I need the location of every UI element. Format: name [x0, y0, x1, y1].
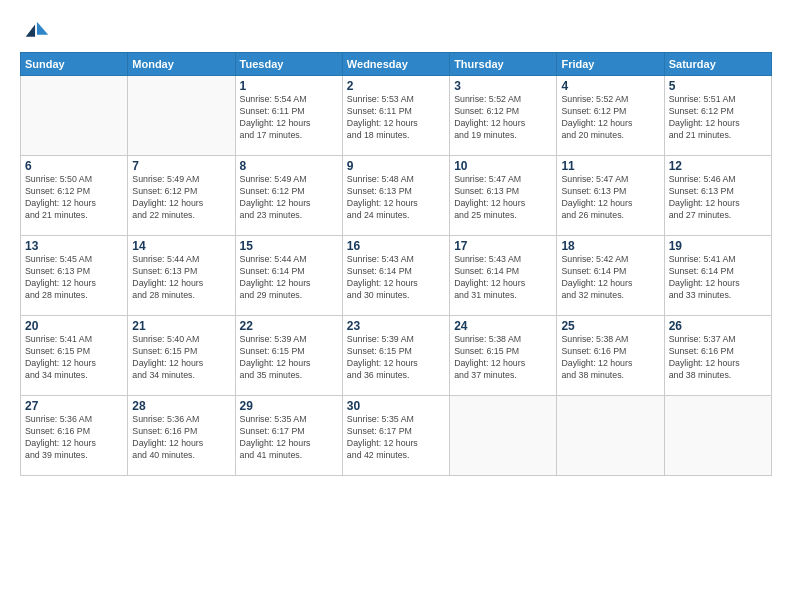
day-info: Sunrise: 5:37 AM Sunset: 6:16 PM Dayligh… [669, 334, 767, 382]
svg-marker-1 [26, 25, 35, 37]
day-info: Sunrise: 5:54 AM Sunset: 6:11 PM Dayligh… [240, 94, 338, 142]
calendar-cell: 20Sunrise: 5:41 AM Sunset: 6:15 PM Dayli… [21, 316, 128, 396]
calendar-cell: 19Sunrise: 5:41 AM Sunset: 6:14 PM Dayli… [664, 236, 771, 316]
header [20, 18, 772, 42]
weekday-header-thursday: Thursday [450, 53, 557, 76]
calendar-cell: 9Sunrise: 5:48 AM Sunset: 6:13 PM Daylig… [342, 156, 449, 236]
calendar-cell [664, 396, 771, 476]
day-info: Sunrise: 5:38 AM Sunset: 6:15 PM Dayligh… [454, 334, 552, 382]
svg-marker-0 [37, 22, 48, 35]
day-number: 12 [669, 159, 767, 173]
day-info: Sunrise: 5:48 AM Sunset: 6:13 PM Dayligh… [347, 174, 445, 222]
day-info: Sunrise: 5:45 AM Sunset: 6:13 PM Dayligh… [25, 254, 123, 302]
weekday-header-tuesday: Tuesday [235, 53, 342, 76]
day-number: 27 [25, 399, 123, 413]
day-number: 1 [240, 79, 338, 93]
calendar-cell: 27Sunrise: 5:36 AM Sunset: 6:16 PM Dayli… [21, 396, 128, 476]
day-number: 18 [561, 239, 659, 253]
calendar-cell: 15Sunrise: 5:44 AM Sunset: 6:14 PM Dayli… [235, 236, 342, 316]
calendar-week-row: 1Sunrise: 5:54 AM Sunset: 6:11 PM Daylig… [21, 76, 772, 156]
calendar-cell [128, 76, 235, 156]
calendar-cell: 17Sunrise: 5:43 AM Sunset: 6:14 PM Dayli… [450, 236, 557, 316]
day-number: 6 [25, 159, 123, 173]
calendar-cell: 18Sunrise: 5:42 AM Sunset: 6:14 PM Dayli… [557, 236, 664, 316]
day-info: Sunrise: 5:47 AM Sunset: 6:13 PM Dayligh… [561, 174, 659, 222]
day-number: 5 [669, 79, 767, 93]
day-number: 8 [240, 159, 338, 173]
day-number: 19 [669, 239, 767, 253]
logo-icon [22, 18, 50, 46]
weekday-header-monday: Monday [128, 53, 235, 76]
calendar-cell: 30Sunrise: 5:35 AM Sunset: 6:17 PM Dayli… [342, 396, 449, 476]
calendar-cell: 10Sunrise: 5:47 AM Sunset: 6:13 PM Dayli… [450, 156, 557, 236]
day-info: Sunrise: 5:44 AM Sunset: 6:13 PM Dayligh… [132, 254, 230, 302]
day-info: Sunrise: 5:38 AM Sunset: 6:16 PM Dayligh… [561, 334, 659, 382]
weekday-header-saturday: Saturday [664, 53, 771, 76]
weekday-header-wednesday: Wednesday [342, 53, 449, 76]
day-number: 20 [25, 319, 123, 333]
logo [20, 18, 50, 42]
calendar-cell: 11Sunrise: 5:47 AM Sunset: 6:13 PM Dayli… [557, 156, 664, 236]
calendar-cell: 14Sunrise: 5:44 AM Sunset: 6:13 PM Dayli… [128, 236, 235, 316]
day-info: Sunrise: 5:49 AM Sunset: 6:12 PM Dayligh… [132, 174, 230, 222]
day-info: Sunrise: 5:43 AM Sunset: 6:14 PM Dayligh… [454, 254, 552, 302]
day-number: 28 [132, 399, 230, 413]
day-info: Sunrise: 5:40 AM Sunset: 6:15 PM Dayligh… [132, 334, 230, 382]
day-info: Sunrise: 5:52 AM Sunset: 6:12 PM Dayligh… [454, 94, 552, 142]
day-number: 16 [347, 239, 445, 253]
day-info: Sunrise: 5:36 AM Sunset: 6:16 PM Dayligh… [132, 414, 230, 462]
day-number: 14 [132, 239, 230, 253]
day-number: 2 [347, 79, 445, 93]
calendar-week-row: 13Sunrise: 5:45 AM Sunset: 6:13 PM Dayli… [21, 236, 772, 316]
day-number: 7 [132, 159, 230, 173]
calendar-week-row: 6Sunrise: 5:50 AM Sunset: 6:12 PM Daylig… [21, 156, 772, 236]
day-number: 3 [454, 79, 552, 93]
day-number: 10 [454, 159, 552, 173]
day-info: Sunrise: 5:43 AM Sunset: 6:14 PM Dayligh… [347, 254, 445, 302]
calendar-week-row: 20Sunrise: 5:41 AM Sunset: 6:15 PM Dayli… [21, 316, 772, 396]
day-number: 23 [347, 319, 445, 333]
calendar-cell: 1Sunrise: 5:54 AM Sunset: 6:11 PM Daylig… [235, 76, 342, 156]
calendar-cell: 13Sunrise: 5:45 AM Sunset: 6:13 PM Dayli… [21, 236, 128, 316]
day-number: 26 [669, 319, 767, 333]
calendar-cell: 26Sunrise: 5:37 AM Sunset: 6:16 PM Dayli… [664, 316, 771, 396]
day-number: 4 [561, 79, 659, 93]
calendar-cell: 16Sunrise: 5:43 AM Sunset: 6:14 PM Dayli… [342, 236, 449, 316]
calendar-cell: 24Sunrise: 5:38 AM Sunset: 6:15 PM Dayli… [450, 316, 557, 396]
calendar-cell: 23Sunrise: 5:39 AM Sunset: 6:15 PM Dayli… [342, 316, 449, 396]
day-info: Sunrise: 5:39 AM Sunset: 6:15 PM Dayligh… [347, 334, 445, 382]
calendar-cell: 7Sunrise: 5:49 AM Sunset: 6:12 PM Daylig… [128, 156, 235, 236]
day-number: 9 [347, 159, 445, 173]
day-info: Sunrise: 5:36 AM Sunset: 6:16 PM Dayligh… [25, 414, 123, 462]
day-info: Sunrise: 5:46 AM Sunset: 6:13 PM Dayligh… [669, 174, 767, 222]
weekday-header-sunday: Sunday [21, 53, 128, 76]
day-info: Sunrise: 5:39 AM Sunset: 6:15 PM Dayligh… [240, 334, 338, 382]
day-info: Sunrise: 5:50 AM Sunset: 6:12 PM Dayligh… [25, 174, 123, 222]
calendar-cell: 3Sunrise: 5:52 AM Sunset: 6:12 PM Daylig… [450, 76, 557, 156]
day-info: Sunrise: 5:51 AM Sunset: 6:12 PM Dayligh… [669, 94, 767, 142]
calendar-cell: 22Sunrise: 5:39 AM Sunset: 6:15 PM Dayli… [235, 316, 342, 396]
calendar-cell: 8Sunrise: 5:49 AM Sunset: 6:12 PM Daylig… [235, 156, 342, 236]
calendar-cell: 2Sunrise: 5:53 AM Sunset: 6:11 PM Daylig… [342, 76, 449, 156]
day-info: Sunrise: 5:35 AM Sunset: 6:17 PM Dayligh… [240, 414, 338, 462]
day-info: Sunrise: 5:52 AM Sunset: 6:12 PM Dayligh… [561, 94, 659, 142]
day-info: Sunrise: 5:42 AM Sunset: 6:14 PM Dayligh… [561, 254, 659, 302]
calendar-cell: 25Sunrise: 5:38 AM Sunset: 6:16 PM Dayli… [557, 316, 664, 396]
calendar-cell: 29Sunrise: 5:35 AM Sunset: 6:17 PM Dayli… [235, 396, 342, 476]
calendar-header-row: SundayMondayTuesdayWednesdayThursdayFrid… [21, 53, 772, 76]
day-info: Sunrise: 5:44 AM Sunset: 6:14 PM Dayligh… [240, 254, 338, 302]
day-info: Sunrise: 5:53 AM Sunset: 6:11 PM Dayligh… [347, 94, 445, 142]
day-number: 30 [347, 399, 445, 413]
day-info: Sunrise: 5:47 AM Sunset: 6:13 PM Dayligh… [454, 174, 552, 222]
day-number: 17 [454, 239, 552, 253]
day-info: Sunrise: 5:49 AM Sunset: 6:12 PM Dayligh… [240, 174, 338, 222]
day-number: 22 [240, 319, 338, 333]
day-info: Sunrise: 5:41 AM Sunset: 6:15 PM Dayligh… [25, 334, 123, 382]
calendar-week-row: 27Sunrise: 5:36 AM Sunset: 6:16 PM Dayli… [21, 396, 772, 476]
calendar-cell: 12Sunrise: 5:46 AM Sunset: 6:13 PM Dayli… [664, 156, 771, 236]
calendar-cell [21, 76, 128, 156]
calendar-table: SundayMondayTuesdayWednesdayThursdayFrid… [20, 52, 772, 476]
day-number: 11 [561, 159, 659, 173]
day-number: 25 [561, 319, 659, 333]
day-number: 21 [132, 319, 230, 333]
